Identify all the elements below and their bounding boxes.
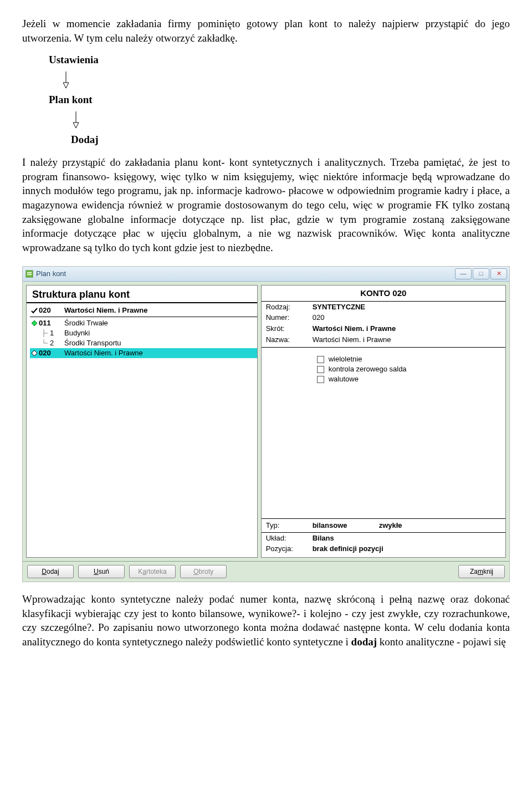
value-nazwa: Wartości Niem. i Prawne bbox=[313, 335, 501, 345]
svg-marker-3 bbox=[73, 123, 79, 128]
checkbox-kontrola[interactable]: kontrola zerowego salda bbox=[317, 364, 505, 374]
window-footer: Dodaj Usuń Kartoteka Obroty Zamknij bbox=[23, 561, 509, 582]
tree-head-code: 020 bbox=[39, 305, 59, 315]
accounts-tree[interactable]: 020 Wartości Niem. i Prawne 011 Środki T… bbox=[27, 303, 257, 358]
label-skrot: Skrót: bbox=[266, 324, 313, 334]
kartoteka-button[interactable]: Kartoteka bbox=[129, 565, 176, 578]
value-uklad: Bilans bbox=[313, 533, 501, 543]
tree-code: 2 bbox=[50, 338, 59, 348]
value-numer: 020 bbox=[313, 313, 501, 323]
checkbox-icon bbox=[317, 376, 324, 383]
minimize-button[interactable]: — bbox=[455, 268, 472, 279]
value-rodzaj: SYNTETYCZNE bbox=[313, 302, 501, 312]
diamond-white-icon bbox=[30, 350, 39, 356]
label-typ: Typ: bbox=[266, 521, 313, 531]
tree-label: Wartości Niem. i Prawne bbox=[64, 348, 143, 358]
label-pozycja: Pozycja: bbox=[266, 544, 313, 554]
plan-kont-window: Plan kont — □ ✕ Struktura planu kont 020… bbox=[22, 266, 510, 582]
tree-row[interactable]: 1 Budynki bbox=[30, 328, 257, 338]
checkbox-icon bbox=[317, 356, 324, 363]
arrow-down-icon bbox=[71, 110, 510, 129]
tree-head-row[interactable]: 020 Wartości Niem. i Prawne bbox=[30, 305, 257, 317]
tree-row[interactable]: 2 Środki Transportu bbox=[30, 338, 257, 348]
konto-title: KONTO 020 bbox=[262, 286, 505, 302]
window-title: Plan kont bbox=[36, 269, 455, 279]
app-icon bbox=[25, 269, 34, 278]
tree-branch-icon bbox=[41, 329, 50, 337]
options-group: wieloletnie kontrola zerowego salda walu… bbox=[262, 350, 505, 384]
btn-label: odaj bbox=[47, 568, 59, 575]
struktura-panel: Struktura planu kont 020 Wartości Niem. … bbox=[26, 285, 258, 558]
diamond-green-icon bbox=[30, 320, 39, 327]
checkbox-label: walutowe bbox=[329, 374, 359, 384]
tree-head-label: Wartości Niem. i Prawne bbox=[64, 305, 148, 315]
tree-row[interactable]: 011 Środki Trwałe bbox=[30, 318, 257, 328]
maximize-button[interactable]: □ bbox=[473, 268, 489, 279]
svg-marker-7 bbox=[32, 320, 37, 326]
btn-label: rtoteka bbox=[146, 568, 167, 575]
chain-step-plan-kont: Plan kont bbox=[49, 93, 510, 107]
konto-details-panel: KONTO 020 Rodzaj:SYNTETYCZNE Numer:020 S… bbox=[261, 285, 506, 558]
tree-branch-icon bbox=[41, 339, 50, 347]
obroty-button[interactable]: Obroty bbox=[180, 565, 227, 578]
checkbox-walutowe[interactable]: walutowe bbox=[317, 374, 505, 384]
nav-chain: Ustawienia Plan kont Dodaj bbox=[49, 53, 510, 146]
checkbox-icon bbox=[317, 366, 324, 373]
tree-label: Środki Transportu bbox=[64, 338, 121, 348]
tree-code: 1 bbox=[50, 328, 59, 338]
paragraph-1: Jeżeli w momencie zakładania firmy pomin… bbox=[22, 17, 510, 45]
checkbox-label: kontrola zerowego salda bbox=[329, 364, 407, 374]
tree-label: Budynki bbox=[64, 328, 90, 338]
value-pozycja: brak definicji pozycji bbox=[313, 544, 501, 554]
svg-rect-5 bbox=[27, 272, 32, 273]
svg-marker-1 bbox=[63, 83, 69, 88]
paragraph-3: Wprowadzając konto syntetyczne należy po… bbox=[22, 592, 510, 649]
tree-label: Środki Trwałe bbox=[64, 318, 108, 328]
label-uklad: Układ: bbox=[266, 533, 313, 543]
paragraph-3-c: konto analityczne - pojawi się bbox=[377, 636, 506, 648]
close-button[interactable]: ✕ bbox=[490, 268, 507, 279]
tree-code: 020 bbox=[39, 348, 59, 358]
chain-step-dodaj: Dodaj bbox=[71, 132, 510, 147]
value-typ-2: zwykłe bbox=[379, 521, 402, 531]
check-icon bbox=[30, 307, 39, 314]
tree-code: 011 bbox=[39, 318, 59, 328]
tree-row-selected[interactable]: 020 Wartości Niem. i Prawne bbox=[30, 348, 257, 358]
zamknij-button[interactable]: Zamknij bbox=[458, 565, 505, 578]
paragraph-3-bold: dodaj bbox=[351, 636, 377, 648]
svg-rect-6 bbox=[27, 274, 32, 275]
label-rodzaj: Rodzaj: bbox=[266, 302, 313, 312]
dodaj-button[interactable]: Dodaj bbox=[27, 565, 74, 578]
btn-label: broty bbox=[198, 568, 213, 575]
window-titlebar[interactable]: Plan kont — □ ✕ bbox=[23, 267, 509, 282]
usun-button[interactable]: Usuń bbox=[78, 565, 125, 578]
btn-label: suń bbox=[99, 568, 109, 575]
label-numer: Numer: bbox=[266, 313, 313, 323]
arrow-down-icon bbox=[61, 70, 510, 89]
chain-step-ustawienia: Ustawienia bbox=[49, 53, 510, 67]
paragraph-2: I należy przystąpić do zakładania planu … bbox=[22, 155, 510, 254]
checkbox-label: wieloletnie bbox=[329, 354, 362, 364]
btn-label: knij bbox=[483, 568, 493, 575]
struktura-heading: Struktura planu kont bbox=[27, 286, 257, 303]
checkbox-wieloletnie[interactable]: wieloletnie bbox=[317, 354, 505, 364]
value-typ-1: bilansowe bbox=[313, 521, 379, 531]
value-skrot: Wartości Niem. i Prawne bbox=[313, 324, 501, 334]
svg-marker-12 bbox=[32, 350, 37, 356]
label-nazwa: Nazwa: bbox=[266, 335, 313, 345]
